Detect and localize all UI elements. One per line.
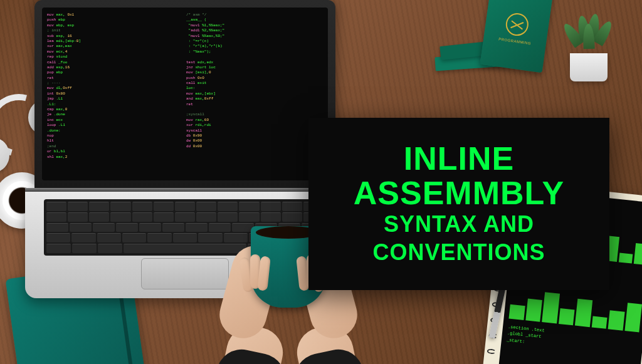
laptop-screen-bezel: mov eax, 0x1 push ebp mov ebp, esp ; ini… <box>34 0 335 188</box>
title-line-1: INLINE <box>404 142 514 176</box>
title-line-4: CONVENTIONS <box>372 238 545 266</box>
laptop-screen-code: mov eax, 0x1 push ebp mov ebp, esp ; ini… <box>42 8 328 180</box>
potted-plant <box>560 19 617 81</box>
desk-scene: mov eax, 0x1 push ebp mov ebp, esp ; ini… <box>0 0 642 364</box>
standing-book: PROGRAMMING <box>480 0 553 73</box>
book-stack: PROGRAMMING <box>429 19 554 81</box>
book-logo-icon <box>505 12 530 38</box>
title-line-2: ASSEMMBLY <box>354 176 564 211</box>
title-line-3: SYNTAX AND <box>384 210 534 238</box>
title-card: INLINE ASSEMMBLY SYNTAX AND CONVENTIONS <box>308 118 609 290</box>
